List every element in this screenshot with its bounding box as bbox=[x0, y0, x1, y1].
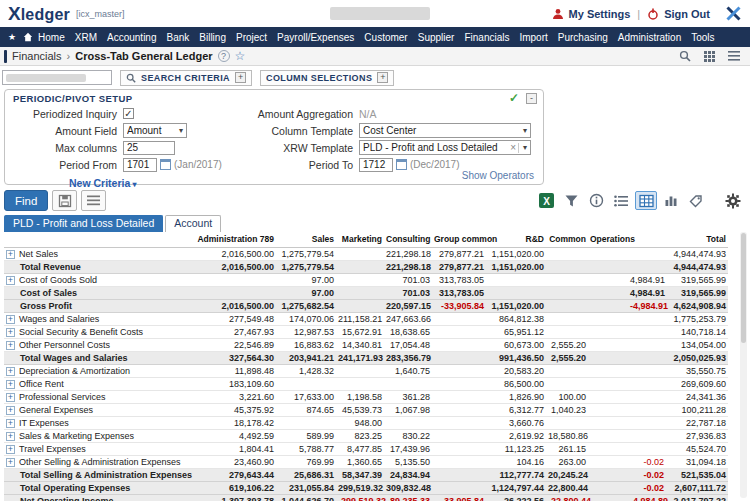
period-from-label: Period From bbox=[11, 159, 117, 171]
column-header-administration-789[interactable]: Administration 789 bbox=[190, 232, 276, 248]
table-row: Net Operating Income1,397,393.781,044,62… bbox=[4, 495, 728, 501]
collapse-panel-icon[interactable]: - bbox=[526, 93, 537, 104]
cell bbox=[432, 365, 486, 378]
cell: 4,944,474.93 bbox=[666, 261, 728, 274]
sign-out-icon bbox=[647, 8, 659, 20]
settings-gear-button[interactable] bbox=[722, 191, 744, 210]
xrw-template-combo[interactable]: PLD - Profit and Loss Detailed bbox=[359, 140, 531, 155]
menu-icon[interactable] bbox=[728, 51, 740, 61]
nav-item-supplier[interactable]: Supplier bbox=[413, 32, 460, 43]
find-button[interactable]: Find bbox=[4, 190, 48, 211]
expand-row-icon[interactable]: + bbox=[6, 380, 15, 389]
expand-row-icon[interactable]: + bbox=[6, 367, 15, 376]
favorite-page-icon[interactable] bbox=[235, 50, 246, 62]
cell: -0.02 bbox=[628, 482, 666, 495]
column-header-consulting[interactable]: Consulting bbox=[384, 232, 432, 248]
max-columns-input[interactable] bbox=[123, 141, 175, 155]
expand-row-icon[interactable]: + bbox=[6, 445, 15, 454]
apps-grid-icon[interactable] bbox=[704, 51, 715, 62]
export-excel-button[interactable]: X bbox=[535, 191, 557, 210]
xledger-logo[interactable]: Xledger bbox=[8, 3, 70, 25]
info-button[interactable] bbox=[585, 191, 607, 210]
my-settings-link[interactable]: My Settings bbox=[569, 8, 631, 20]
expand-row-icon[interactable]: + bbox=[6, 250, 15, 259]
periodized-inquiry-checkbox[interactable] bbox=[123, 108, 134, 119]
calendar-icon[interactable] bbox=[396, 159, 407, 170]
expand-icon[interactable]: + bbox=[235, 72, 246, 83]
detail-list-button[interactable] bbox=[610, 191, 632, 210]
nav-item-import[interactable]: Import bbox=[514, 32, 552, 43]
new-criteria-link[interactable]: New Criteria bbox=[69, 177, 137, 189]
nav-item-tools[interactable]: Tools bbox=[686, 32, 719, 43]
expand-row-icon[interactable]: + bbox=[6, 276, 15, 285]
sign-out-link[interactable]: Sign Out bbox=[664, 8, 710, 20]
expand-row-icon[interactable]: + bbox=[6, 341, 15, 350]
column-header-sales[interactable]: Sales bbox=[276, 232, 336, 248]
cell: 24,341.36 bbox=[666, 391, 728, 404]
column-header-total[interactable]: Total bbox=[666, 232, 728, 248]
expand-row-icon[interactable]: + bbox=[6, 393, 15, 402]
cell: -33,905.84 bbox=[432, 495, 486, 501]
nav-item-billing[interactable]: Billing bbox=[194, 32, 231, 43]
nav-item-xrm[interactable]: XRM bbox=[70, 32, 102, 43]
expand-row-icon[interactable]: + bbox=[6, 458, 15, 467]
scrollbar-thumb[interactable] bbox=[741, 233, 746, 343]
cell: 319,565.99 bbox=[666, 287, 728, 300]
column-header-common[interactable]: Common bbox=[546, 232, 588, 248]
cell bbox=[276, 378, 336, 391]
expand-row-icon[interactable]: + bbox=[6, 419, 15, 428]
tag-button[interactable] bbox=[685, 191, 707, 210]
topbar-divider: | bbox=[635, 8, 642, 20]
show-operators-link[interactable]: Show Operators bbox=[462, 170, 534, 181]
expand-row-icon[interactable]: + bbox=[6, 432, 15, 441]
nav-item-payroll-expenses[interactable]: Payroll/Expenses bbox=[272, 32, 359, 43]
page-title: Cross-Tab General Ledger bbox=[75, 50, 212, 62]
amount-field-select[interactable]: Amount bbox=[123, 123, 187, 138]
nav-item-financials[interactable]: Financials bbox=[459, 32, 514, 43]
nav-item-administration[interactable]: Administration bbox=[613, 32, 686, 43]
help-icon[interactable] bbox=[218, 50, 230, 62]
quick-search-input[interactable] bbox=[2, 70, 112, 85]
expand-row-icon[interactable]: + bbox=[6, 406, 15, 415]
chart-view-button[interactable] bbox=[660, 191, 682, 210]
cell bbox=[628, 417, 666, 430]
expand-row-icon[interactable]: + bbox=[6, 315, 15, 324]
nav-item-customer[interactable]: Customer bbox=[359, 32, 412, 43]
breadcrumb-section[interactable]: Financials bbox=[12, 50, 62, 62]
column-template-select[interactable]: Cost Center bbox=[359, 123, 531, 138]
column-selections-panel[interactable]: COLUMN SELECTIONS + bbox=[260, 70, 394, 86]
expand-row-icon[interactable]: + bbox=[6, 328, 15, 337]
period-from-input[interactable] bbox=[123, 158, 157, 172]
cell: 313,783.05 bbox=[432, 274, 486, 287]
column-header-group-common[interactable]: Group common bbox=[432, 232, 486, 248]
nav-item-home[interactable]: Home bbox=[33, 32, 70, 43]
column-header-operations[interactable]: Operations bbox=[588, 232, 628, 248]
filter-button[interactable] bbox=[560, 191, 582, 210]
column-header-marketing[interactable]: Marketing bbox=[336, 232, 384, 248]
nav-item-bank[interactable]: Bank bbox=[161, 32, 194, 43]
cell: 2,050,025.93 bbox=[666, 352, 728, 365]
favorites-star-icon[interactable] bbox=[5, 32, 19, 42]
calendar-icon[interactable] bbox=[160, 159, 171, 170]
expand-icon[interactable]: + bbox=[377, 72, 388, 83]
tab-account[interactable]: Account bbox=[165, 215, 221, 232]
crosstab-view-button[interactable] bbox=[635, 191, 657, 210]
save-button[interactable] bbox=[52, 190, 77, 211]
search-icon[interactable] bbox=[679, 50, 691, 62]
cell bbox=[190, 274, 276, 287]
table-row: +Professional Services3,221.6017,633.001… bbox=[4, 391, 728, 404]
cell: 241,171.93 bbox=[336, 352, 384, 365]
list-view-button[interactable] bbox=[81, 190, 106, 211]
search-criteria-panel[interactable]: SEARCH CRITERIA + bbox=[120, 70, 252, 86]
period-to-input[interactable] bbox=[359, 158, 393, 172]
column-selections-label: COLUMN SELECTIONS bbox=[266, 73, 372, 83]
vertical-scrollbar[interactable] bbox=[740, 232, 747, 498]
nav-item-project[interactable]: Project bbox=[231, 32, 272, 43]
info-icon bbox=[589, 193, 604, 208]
nav-item-purchasing[interactable]: Purchasing bbox=[553, 32, 613, 43]
tab-pld-profit-and-loss-detailed[interactable]: PLD - Profit and Loss Detailed bbox=[4, 215, 163, 232]
nav-item-accounting[interactable]: Accounting bbox=[102, 32, 161, 43]
cell: 2,555.20 bbox=[546, 352, 588, 365]
column-header-blank[interactable] bbox=[4, 232, 190, 248]
clear-icon[interactable] bbox=[508, 143, 519, 153]
